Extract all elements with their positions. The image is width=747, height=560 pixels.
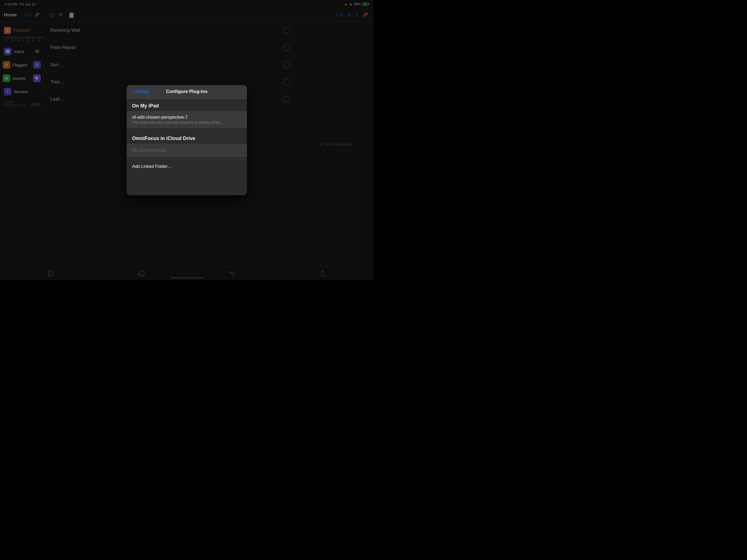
modal-overlay[interactable]: ‹ Settings Configure Plug-Ins On My iPad…: [0, 0, 374, 280]
modal-nav-bar: ‹ Settings Configure Plug-Ins: [127, 85, 247, 99]
plugin-item-content: of-add-chosen-perspective-7 This action …: [132, 115, 240, 124]
configure-plugins-modal: ‹ Settings Configure Plug-Ins On My iPad…: [127, 85, 247, 195]
on-my-ipad-header: On My iPad: [127, 99, 247, 111]
plugin-item-title: of-add-chosen-perspective-7: [132, 115, 240, 120]
modal-back-button[interactable]: ‹ Settings: [131, 89, 149, 94]
add-linked-folder-button[interactable]: Add Linked Folder…: [127, 159, 247, 173]
icloud-drive-header: OmniFocus in iCloud Drive: [127, 131, 247, 144]
modal-bottom-space: [127, 173, 247, 195]
chevron-left-icon: ‹: [131, 89, 132, 94]
modal-title: Configure Plug-Ins: [166, 89, 208, 94]
plugin-chevron-icon: ›: [240, 117, 241, 122]
no-plugins-label: No plug-ins found: [127, 144, 247, 157]
modal-separator-2: [127, 157, 247, 159]
plugin-item-subtitle: This action will add a new tab (macOS) o…: [132, 120, 240, 124]
modal-separator: [127, 128, 247, 131]
plugin-item-chosen-perspective[interactable]: of-add-chosen-perspective-7 This action …: [127, 111, 247, 128]
